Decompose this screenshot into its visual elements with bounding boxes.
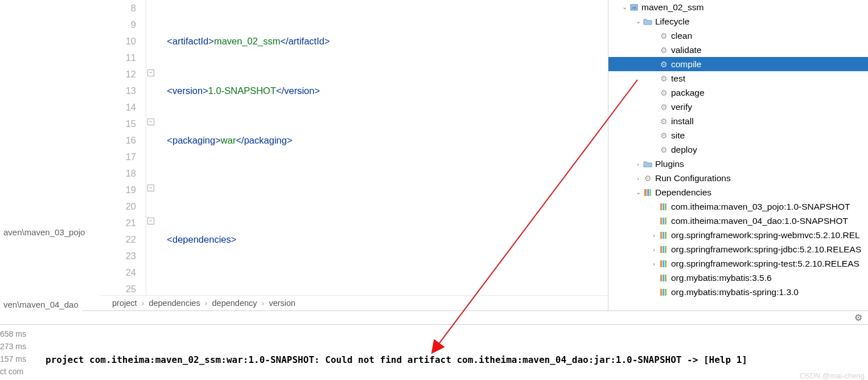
- svg-rect-8: [660, 218, 662, 224]
- lifecycle-site[interactable]: ⚙site: [608, 128, 868, 142]
- tool-window-toolbar: ⚙: [0, 310, 868, 325]
- dependency-item[interactable]: com.itheima:maven_04_dao:1.0-SNAPSHOT: [608, 214, 868, 228]
- line-gutter: 8910111213141516171819202122232425: [101, 0, 146, 295]
- svg-rect-2: [644, 189, 647, 196]
- gear-icon: ⚙: [659, 103, 669, 112]
- maven-plugins[interactable]: ›Plugins: [608, 157, 868, 171]
- gear-icon: ⚙: [659, 60, 669, 69]
- lifecycle-validate[interactable]: ⚙validate: [608, 43, 868, 57]
- maven-root[interactable]: ⌄mmaven_02_ssm: [608, 0, 868, 14]
- svg-rect-7: [665, 203, 667, 210]
- svg-rect-25: [665, 289, 667, 296]
- svg-rect-18: [663, 260, 664, 267]
- gear-icon: ⚙: [659, 46, 669, 55]
- lifecycle-deploy[interactable]: ⚙deploy: [608, 142, 868, 157]
- svg-rect-24: [663, 289, 664, 296]
- chevron-down-icon: ⌄: [620, 3, 629, 11]
- chevron-right-icon: ›: [633, 175, 643, 182]
- gear-icon: ⚙: [659, 145, 669, 154]
- fold-column: − − − −: [146, 0, 157, 295]
- gear-icon: ⚙: [643, 174, 653, 183]
- dependency-item[interactable]: org.mybatis:mybatis:3.5.6: [608, 271, 868, 285]
- project-tab-2[interactable]: ven\maven_04_dao: [0, 297, 82, 312]
- gear-icon: ⚙: [659, 31, 669, 40]
- dependency-item[interactable]: ›org.springframework:spring-jdbc:5.2.10.…: [608, 242, 868, 256]
- lifecycle-install[interactable]: ⚙install: [608, 114, 868, 128]
- editor-column: 8910111213141516171819202122232425 − − −…: [101, 0, 608, 310]
- maven-runconf[interactable]: ›⚙Run Configurations: [608, 171, 868, 185]
- dependencies-icon: [643, 188, 653, 197]
- svg-rect-17: [660, 260, 662, 267]
- chevron-right-icon: ›: [649, 232, 659, 239]
- chevron-right-icon: ›: [649, 246, 659, 253]
- build-console[interactable]: 658 ms 273 ms 157 ms ct com project com.…: [0, 325, 868, 380]
- svg-rect-20: [660, 275, 662, 281]
- project-tabs-strip: aven\maven_03_pojo ven\maven_04_dao: [0, 0, 101, 310]
- lifecycle-verify[interactable]: ⚙verify: [608, 100, 868, 114]
- breadcrumb-item[interactable]: version: [269, 299, 295, 308]
- library-icon: [659, 216, 669, 226]
- breadcrumb-item[interactable]: dependencies: [149, 299, 200, 308]
- library-icon: [659, 273, 669, 283]
- dependency-item[interactable]: ›org.springframework:spring-webmvc:5.2.1…: [608, 228, 868, 242]
- fold-marker-icon[interactable]: −: [147, 185, 154, 191]
- timing-label: 157 ms: [0, 354, 26, 363]
- project-tab-1[interactable]: aven\maven_03_pojo: [0, 225, 88, 239]
- svg-rect-9: [663, 218, 664, 224]
- chevron-down-icon: ⌄: [633, 189, 643, 196]
- code-area[interactable]: <artifactId>maven_02_ssm</artifactId> <v…: [157, 0, 608, 295]
- watermark: CSDN @mai-cheng: [800, 371, 865, 380]
- lifecycle-compile[interactable]: ⚙compile: [608, 57, 868, 71]
- svg-rect-13: [665, 232, 667, 239]
- build-error-message: project com.itheima:maven_02_ssm:war:1.0…: [46, 354, 747, 365]
- dependency-item[interactable]: ›org.springframework:spring-test:5.2.10.…: [608, 256, 868, 271]
- lifecycle-test[interactable]: ⚙test: [608, 71, 868, 85]
- chevron-right-icon: ›: [633, 161, 643, 167]
- module-icon: m: [629, 3, 639, 12]
- library-icon: [659, 259, 669, 268]
- lifecycle-package[interactable]: ⚙package: [608, 85, 868, 100]
- folder-icon: [643, 160, 653, 169]
- lifecycle-clean[interactable]: ⚙clean: [608, 28, 868, 43]
- maven-lifecycle[interactable]: ⌄Lifecycle: [608, 14, 868, 28]
- svg-rect-16: [665, 246, 667, 253]
- breadcrumb-item[interactable]: project: [112, 299, 137, 308]
- svg-rect-23: [660, 289, 662, 296]
- svg-rect-6: [663, 203, 664, 210]
- gear-icon: ⚙: [659, 88, 669, 97]
- maven-panel: ⌄mmaven_02_ssm ⌄Lifecycle ⚙clean ⚙valida…: [608, 0, 868, 310]
- breadcrumb-item[interactable]: dependency: [212, 299, 257, 308]
- svg-rect-22: [665, 275, 667, 281]
- svg-rect-15: [663, 246, 664, 253]
- timing-label: 658 ms: [0, 329, 26, 338]
- timing-label: ct com: [0, 367, 23, 376]
- svg-text:m: m: [632, 5, 636, 10]
- dependency-item[interactable]: com.itheima:maven_03_pojo:1.0-SNAPSHOT: [608, 199, 868, 214]
- timing-label: 273 ms: [0, 342, 26, 351]
- library-icon: [659, 245, 669, 254]
- fold-marker-icon[interactable]: −: [147, 70, 154, 76]
- library-icon: [659, 202, 669, 211]
- settings-gear-icon[interactable]: ⚙: [854, 312, 862, 323]
- gear-icon: ⚙: [659, 74, 669, 83]
- svg-rect-14: [660, 246, 662, 253]
- chevron-down-icon: ⌄: [633, 18, 643, 25]
- editor-body[interactable]: 8910111213141516171819202122232425 − − −…: [101, 0, 608, 295]
- breadcrumb[interactable]: project› dependencies› dependency› versi…: [101, 295, 608, 310]
- fold-marker-icon[interactable]: −: [147, 218, 154, 224]
- svg-rect-19: [665, 260, 667, 267]
- fold-marker-icon[interactable]: −: [147, 119, 154, 125]
- gear-icon: ⚙: [659, 117, 669, 126]
- chevron-right-icon: ›: [649, 260, 659, 267]
- svg-rect-21: [663, 275, 664, 281]
- library-icon: [659, 288, 669, 297]
- svg-rect-4: [650, 189, 651, 196]
- dependency-item[interactable]: org.mybatis:mybatis-spring:1.3.0: [608, 285, 868, 299]
- svg-rect-5: [660, 203, 662, 210]
- svg-rect-12: [663, 232, 664, 239]
- maven-dependencies[interactable]: ⌄Dependencies: [608, 185, 868, 199]
- svg-rect-3: [647, 189, 649, 196]
- library-icon: [659, 231, 669, 240]
- svg-rect-11: [660, 232, 662, 239]
- gear-icon: ⚙: [659, 131, 669, 140]
